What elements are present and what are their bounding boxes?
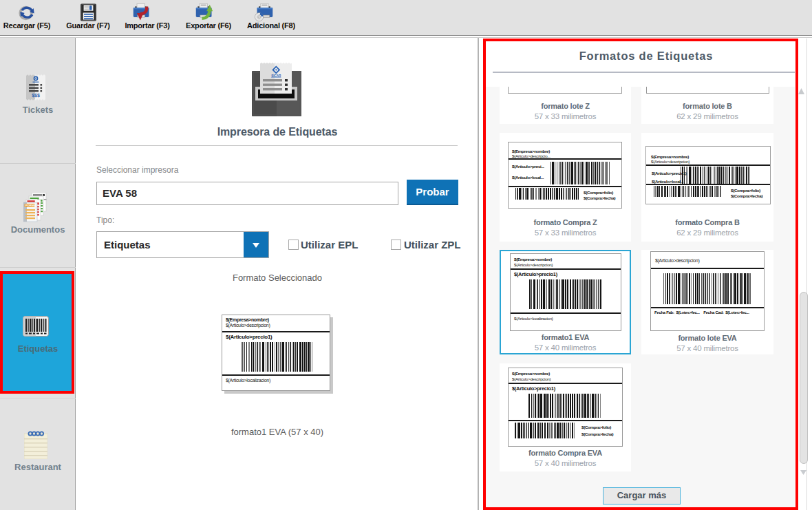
- svg-text:SICAR: SICAR: [271, 74, 281, 78]
- svg-text:FORMA: FORMA: [25, 204, 36, 207]
- svg-text:$$$: $$$: [32, 93, 40, 98]
